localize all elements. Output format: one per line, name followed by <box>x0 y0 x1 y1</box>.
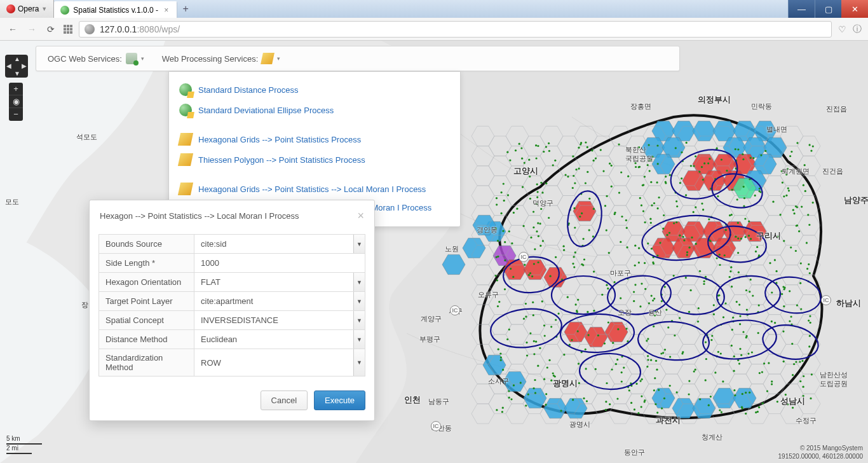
pan-south-icon[interactable]: ▼ <box>14 70 20 77</box>
zoom-out-button[interactable]: − <box>9 108 23 121</box>
dropdown-arrow-icon[interactable]: ▼ <box>353 330 365 349</box>
svg-point-301 <box>552 372 554 374</box>
svg-point-515 <box>653 202 655 204</box>
svg-point-96 <box>605 409 607 411</box>
svg-point-313 <box>537 191 539 193</box>
svg-point-210 <box>720 352 722 354</box>
menu-item[interactable]: Thiessen Polygon --> Point Statistics Pr… <box>169 149 460 170</box>
new-tab-button[interactable]: + <box>177 0 194 18</box>
pan-control[interactable]: ▲ ▼ ◀ ▶ <box>5 55 28 78</box>
pan-north-icon[interactable]: ▲ <box>14 55 20 62</box>
svg-point-272 <box>578 363 580 364</box>
nav-forward-button[interactable]: → <box>25 24 38 34</box>
svg-point-23 <box>803 395 804 397</box>
menu-item[interactable]: Hexagonal Grids --> Point Statistics Pro… <box>169 129 460 149</box>
window-close-button[interactable]: ✕ <box>841 0 868 18</box>
browser-navbar: ← → ⟳ 127.0.0.1:8080/wps/ ♡ ⓘ <box>0 18 868 41</box>
svg-point-37 <box>759 372 761 374</box>
svg-point-235 <box>709 158 710 160</box>
svg-point-133 <box>782 331 784 333</box>
svg-point-460 <box>675 147 677 149</box>
execute-button[interactable]: Execute <box>314 390 365 410</box>
bookmark-heart-icon[interactable]: ♡ <box>838 24 846 34</box>
svg-point-408 <box>503 183 505 184</box>
svg-point-134 <box>627 246 628 248</box>
svg-point-201 <box>656 254 658 256</box>
svg-point-109 <box>695 243 697 245</box>
field-value[interactable]: cite:apartment▼ <box>194 292 365 311</box>
svg-point-310 <box>738 272 740 273</box>
info-icon[interactable]: ⓘ <box>853 24 862 35</box>
svg-point-280 <box>642 184 644 186</box>
svg-point-291 <box>695 206 696 208</box>
svg-point-242 <box>703 283 705 285</box>
svg-point-347 <box>803 184 804 186</box>
menu-item[interactable]: Standard Distance Process <box>169 79 460 100</box>
svg-point-142 <box>537 145 539 147</box>
chevron-down-icon: ▾ <box>277 55 280 62</box>
menu-item-label: Thiessen Polygon --> Point Statistics Pr… <box>198 155 365 165</box>
svg-point-33 <box>544 335 546 336</box>
svg-point-494 <box>702 209 704 211</box>
field-value[interactable]: 1000 <box>194 254 365 273</box>
svg-point-493 <box>617 328 619 330</box>
svg-point-306 <box>758 406 760 408</box>
svg-point-196 <box>608 252 610 254</box>
tab-close-button[interactable]: × <box>162 6 170 15</box>
window-minimize-button[interactable]: — <box>788 0 815 18</box>
svg-point-292 <box>705 342 707 343</box>
dialog-close-button[interactable]: × <box>357 209 364 223</box>
chevron-down-icon: ▾ <box>141 55 144 62</box>
svg-point-204 <box>790 315 792 317</box>
pan-east-icon[interactable]: ▶ <box>22 62 27 69</box>
apps-icon[interactable] <box>64 25 72 34</box>
svg-point-24 <box>732 317 734 319</box>
dropdown-arrow-icon[interactable]: ▼ <box>353 349 365 376</box>
pan-west-icon[interactable]: ◀ <box>6 62 11 69</box>
zoom-world-button[interactable]: ◉ <box>9 95 23 108</box>
ogc-services-dropdown[interactable]: OGC Web Services: ▾ <box>48 53 144 64</box>
dropdown-arrow-icon[interactable]: ▼ <box>353 311 365 329</box>
svg-point-334 <box>688 380 690 382</box>
svg-point-6 <box>673 275 675 277</box>
window-maximize-button[interactable]: ▢ <box>815 0 841 18</box>
browser-tab-active[interactable]: Spatial Statistics v.1.0.0 - × <box>54 1 177 18</box>
svg-point-443 <box>735 236 736 238</box>
svg-point-30 <box>640 380 642 382</box>
opera-menu-button[interactable]: Opera ▼ <box>0 0 54 18</box>
menu-item[interactable]: Standard Deviational Ellipse Process <box>169 100 460 120</box>
svg-point-392 <box>620 297 621 299</box>
svg-point-74 <box>781 170 783 172</box>
svg-point-372 <box>593 160 595 162</box>
field-value[interactable]: FLAT▼ <box>194 273 365 292</box>
svg-point-396 <box>634 284 636 286</box>
svg-point-244 <box>695 369 696 371</box>
field-value[interactable]: INVERSEDISTANCE▼ <box>194 311 365 330</box>
svg-point-197 <box>772 201 774 203</box>
field-value[interactable]: cite:sid▼ <box>194 235 365 254</box>
svg-point-51 <box>653 389 655 391</box>
wps-services-dropdown[interactable]: Web Processing Services: ▾ <box>162 53 281 64</box>
zoom-in-button[interactable]: + <box>9 83 23 95</box>
dropdown-arrow-icon[interactable]: ▼ <box>353 273 365 291</box>
svg-point-97 <box>690 289 692 291</box>
svg-point-464 <box>796 225 797 226</box>
svg-point-570 <box>537 222 539 224</box>
field-value[interactable]: ROW▼ <box>194 349 365 377</box>
nav-reload-button[interactable]: ⟳ <box>44 24 57 34</box>
svg-point-136 <box>682 236 684 238</box>
svg-point-433 <box>533 340 535 342</box>
svg-point-241 <box>574 182 576 184</box>
url-input[interactable]: 127.0.0.1:8080/wps/ <box>79 21 832 38</box>
cancel-button[interactable]: Cancel <box>261 390 308 410</box>
dropdown-arrow-icon[interactable]: ▼ <box>353 235 365 253</box>
svg-point-556 <box>809 335 811 337</box>
field-value[interactable]: Euclidean▼ <box>194 330 365 349</box>
svg-point-9 <box>555 256 557 258</box>
svg-point-383 <box>690 165 692 167</box>
menu-item[interactable]: Hexagonal Grids --> Point Statistics -->… <box>169 179 460 199</box>
svg-point-191 <box>532 226 534 228</box>
svg-point-307 <box>701 203 703 205</box>
nav-back-button[interactable]: ← <box>6 24 19 34</box>
dropdown-arrow-icon[interactable]: ▼ <box>353 292 365 310</box>
